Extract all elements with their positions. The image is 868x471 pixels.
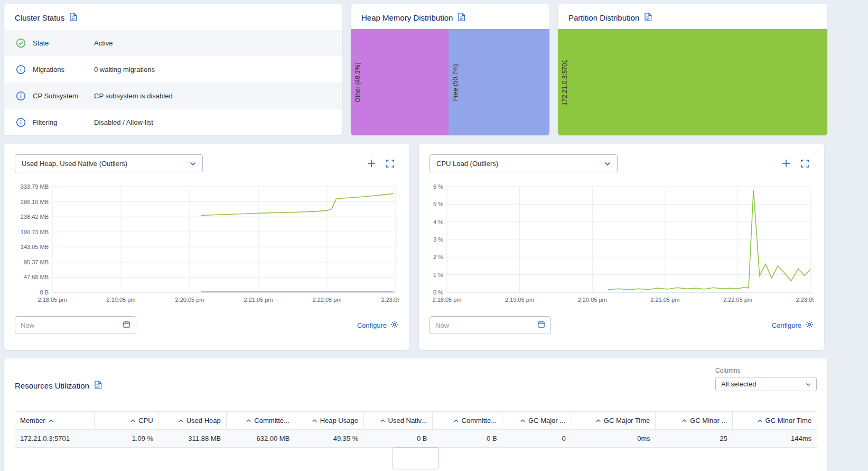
cluster-row-value: Active xyxy=(94,39,113,47)
document-icon[interactable] xyxy=(69,13,77,23)
cluster-status-row: Migrations0 waiting migrations xyxy=(4,56,342,82)
table-cell: 144ms xyxy=(733,430,817,448)
cluster-row-label: Filtering xyxy=(33,118,94,126)
add-chart-button[interactable] xyxy=(367,159,376,168)
svg-text:2:23:05 pm: 2:23:05 pm xyxy=(381,297,399,303)
segment-label: 172.21.0.3:5701 xyxy=(561,59,568,105)
table-cell: 311.88 MB xyxy=(158,430,226,448)
metric-select[interactable]: CPU Load (Outliers) xyxy=(430,154,618,172)
column-header-8[interactable]: GC Major Time xyxy=(571,412,656,430)
chart-header: CPU Load (Outliers) xyxy=(430,154,814,172)
distribution-segment[interactable]: 172.21.0.3:5701 xyxy=(558,29,827,135)
column-header-4[interactable]: Heap Usage xyxy=(295,412,363,430)
segment-label: Free (50.7%) xyxy=(452,63,459,100)
member-cell: 172.21.0.3:5701 xyxy=(15,430,94,448)
time-range-input[interactable]: Now xyxy=(430,316,551,334)
svg-text:47.68 MB: 47.68 MB xyxy=(24,274,49,280)
cluster-row-value: 0 waiting migrations xyxy=(94,66,155,73)
info-circle-icon xyxy=(16,64,26,75)
fullscreen-button[interactable] xyxy=(800,159,809,168)
svg-text:2:18:05 pm: 2:18:05 pm xyxy=(38,297,67,303)
heap-distribution-bar: Other (49.3%)Free (50.7%) xyxy=(351,29,549,135)
configure-label: Configure xyxy=(357,321,387,329)
svg-text:95.37 MB: 95.37 MB xyxy=(24,259,49,265)
cluster-status-row: FilteringDisabled / Allow-list xyxy=(4,109,342,135)
svg-text:2:21:05 pm: 2:21:05 pm xyxy=(650,297,679,303)
table-cell: 25 xyxy=(656,430,733,448)
pagination-control[interactable] xyxy=(393,447,439,469)
columns-select[interactable]: All selected xyxy=(715,377,817,391)
svg-text:3 %: 3 % xyxy=(433,236,443,243)
info-circle-icon xyxy=(16,91,26,101)
table-cell: 1.09 % xyxy=(94,430,158,448)
calendar-icon xyxy=(537,320,545,330)
svg-text:0 B: 0 B xyxy=(40,289,49,295)
segment-label: Other (49.3%) xyxy=(354,62,361,102)
distribution-segment[interactable]: Free (50.7%) xyxy=(449,29,549,135)
time-range-input[interactable]: Now xyxy=(15,316,136,334)
column-header-3[interactable]: Committe... xyxy=(226,412,295,430)
svg-text:2:21:05 pm: 2:21:05 pm xyxy=(244,297,273,303)
fullscreen-button[interactable] xyxy=(386,159,395,168)
configure-label: Configure xyxy=(772,321,801,329)
metric-select[interactable]: Used Heap, Used Native (Outliers) xyxy=(15,154,203,172)
table-cell: 0 B xyxy=(363,430,432,448)
svg-text:333.79 MB: 333.79 MB xyxy=(21,183,49,190)
add-chart-button[interactable] xyxy=(781,159,791,168)
table-cell: 49.35 % xyxy=(295,430,363,448)
calendar-icon xyxy=(123,320,130,330)
svg-text:286.10 MB: 286.10 MB xyxy=(21,199,49,205)
table-cell: 0 xyxy=(502,430,571,448)
distribution-segment[interactable]: Other (49.3%) xyxy=(351,29,449,135)
column-header-10[interactable]: GC Minor Time xyxy=(733,412,817,430)
document-icon[interactable] xyxy=(94,381,102,391)
heap-distribution-title-row: Heap Memory Distribution xyxy=(351,4,549,29)
table-cell: 0ms xyxy=(571,430,656,448)
svg-text:2:19:05 pm: 2:19:05 pm xyxy=(106,297,135,303)
column-header-6[interactable]: Committe... xyxy=(432,412,502,430)
column-header-2[interactable]: Used Heap xyxy=(158,412,226,430)
cluster-status-rows: StateActiveMigrations0 waiting migration… xyxy=(4,30,342,135)
configure-button[interactable]: Configure xyxy=(772,320,814,330)
partition-distribution-card: Partition Distribution 172.21.0.3:5701 xyxy=(558,4,827,135)
svg-text:2:20:05 pm: 2:20:05 pm xyxy=(578,297,607,303)
column-header-1[interactable]: CPU xyxy=(94,412,158,430)
configure-button[interactable]: Configure xyxy=(357,320,399,330)
column-header-0[interactable]: Member xyxy=(15,412,94,430)
gear-icon xyxy=(805,320,814,330)
check-circle-icon xyxy=(16,38,26,48)
svg-text:6 %: 6 % xyxy=(433,183,443,190)
column-header-7[interactable]: GC Major ... xyxy=(502,412,571,430)
column-header-5[interactable]: Used Nativ... xyxy=(363,412,432,430)
cluster-status-title: Cluster Status xyxy=(15,13,64,22)
partition-distribution-bar: 172.21.0.3:5701 xyxy=(558,29,827,135)
resources-utilization-card: Resources Utilization Columns All select… xyxy=(4,358,827,471)
table-row: 172.21.0.3:57011.09 %311.88 MB632.00 MB4… xyxy=(15,430,817,448)
column-header-9[interactable]: GC Minor ... xyxy=(656,412,733,430)
chart-header: Used Heap, Used Native (Outliers) xyxy=(15,154,399,172)
document-icon[interactable] xyxy=(644,13,652,23)
svg-text:2:23:05 pm: 2:23:05 pm xyxy=(796,297,814,303)
partition-distribution-title-row: Partition Distribution xyxy=(558,4,827,29)
cluster-status-row: StateActive xyxy=(4,30,342,56)
columns-select-value: All selected xyxy=(721,380,756,388)
cluster-status-row: CP SubsystemCP subsystem is disabled xyxy=(4,82,342,109)
svg-text:0 %: 0 % xyxy=(433,289,443,295)
resources-title: Resources Utilization xyxy=(15,381,89,390)
resources-table: MemberCPUUsed HeapCommitte...Heap UsageU… xyxy=(15,411,817,448)
chevron-down-icon xyxy=(190,160,196,168)
svg-text:2:22:05 pm: 2:22:05 pm xyxy=(723,297,752,303)
cpu-load-chart-card: CPU Load (Outliers) 2:18:05 pm2:19:05 pm… xyxy=(419,144,824,350)
cluster-row-value: CP subsystem is disabled xyxy=(94,92,173,100)
cluster-row-label: CP Subsystem xyxy=(33,92,94,100)
cluster-row-label: State xyxy=(33,39,94,47)
info-circle-icon xyxy=(16,117,26,127)
partition-distribution-title: Partition Distribution xyxy=(568,13,639,22)
gear-icon xyxy=(390,320,399,330)
time-range-value: Now xyxy=(21,321,34,329)
cluster-status-card: Cluster Status StateActiveMigrations0 wa… xyxy=(4,4,342,135)
heap-memory-distribution-card: Heap Memory Distribution Other (49.3%)Fr… xyxy=(351,4,549,135)
document-icon[interactable] xyxy=(458,13,465,23)
svg-text:2:19:05 pm: 2:19:05 pm xyxy=(505,297,534,303)
svg-text:5 %: 5 % xyxy=(433,201,443,207)
